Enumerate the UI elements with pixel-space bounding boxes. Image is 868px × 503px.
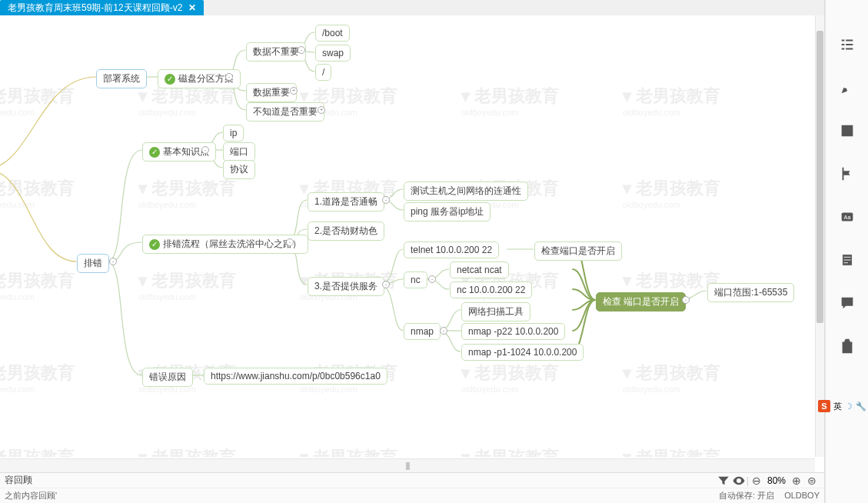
collapse-toggle[interactable]: -: [225, 73, 233, 81]
watermark: ▾ 老男孩教育oldboyedu.com: [623, 85, 720, 117]
watermark: ▾ 老男孩教育oldboyedu.com: [300, 446, 397, 457]
node-nc2[interactable]: nc 10.0.0.200 22: [450, 281, 532, 298]
watermark: ▾ 老男孩教育oldboyedu.com: [0, 446, 75, 457]
check-icon: ✓: [149, 239, 160, 250]
horizontal-scrollbar[interactable]: |||: [0, 458, 815, 472]
collapse-toggle[interactable]: -: [682, 296, 690, 304]
node-flow[interactable]: ✓排错流程（屌丝去洗浴中心之路）: [142, 235, 308, 254]
node-telnet[interactable]: telnet 10.0.0.200 22: [404, 242, 499, 258]
user-name: OLDBOY: [784, 491, 820, 500]
node-deploy[interactable]: 部署系统: [96, 69, 147, 88]
node-paicuo[interactable]: 排错: [77, 254, 109, 273]
moon-icon[interactable]: ☽: [845, 401, 853, 411]
node-r1b[interactable]: ping 服务器ip地址: [404, 202, 491, 222]
ime-indicator[interactable]: S 英 ☽ 🔧: [818, 400, 866, 412]
node-nc[interactable]: nc: [404, 271, 427, 288]
watermark: ▾ 老男孩教育oldboyedu.com: [623, 177, 720, 209]
node-proto[interactable]: 协议: [223, 160, 255, 179]
zoom-level: 80%: [767, 475, 786, 486]
autosave-status: 自动保存: 开启: [719, 491, 774, 500]
node-r1a[interactable]: 测试主机之间网络的连通性: [404, 182, 528, 201]
comment-icon[interactable]: [835, 291, 860, 315]
watermark: ▾ 老男孩教育oldboyedu.com: [138, 269, 236, 301]
svg-text:Aa: Aa: [843, 214, 851, 221]
node-slash[interactable]: /: [315, 64, 331, 81]
collapse-toggle[interactable]: -: [440, 327, 447, 335]
note-icon[interactable]: [835, 248, 860, 272]
breadcrumb: 容回顾: [5, 474, 716, 487]
node-nc1[interactable]: netcat ncat: [450, 261, 509, 278]
check-icon: ✓: [165, 74, 175, 85]
node-boot[interactable]: /boot: [315, 25, 350, 42]
node-dontknow[interactable]: 不知道是否重要: [246, 102, 324, 122]
node-road2[interactable]: 2.是否劫财劫色: [308, 222, 384, 241]
watermark: ▾ 老男孩教育oldboyedu.com: [0, 85, 75, 117]
watermark: ▾ 老男孩教育oldboyedu.com: [461, 446, 559, 457]
bottom-toolbar: 容回顾 | ⊖ 80% ⊕ ⊜: [0, 472, 824, 488]
collapse-toggle[interactable]: +: [318, 106, 325, 114]
collapse-toggle[interactable]: -: [286, 238, 294, 246]
filter-icon[interactable]: [717, 474, 730, 488]
node-nmap0[interactable]: 网络扫描工具: [461, 302, 530, 321]
mindmap-canvas[interactable]: ▾ 老男孩教育oldboyedu.com▾ 老男孩教育oldboyedu.com…: [0, 15, 815, 457]
watermark: ▾ 老男孩教育oldboyedu.com: [461, 361, 559, 394]
collapse-toggle[interactable]: -: [382, 281, 390, 288]
watermark: ▾ 老男孩教育oldboyedu.com: [138, 85, 236, 117]
node-reason[interactable]: 错误原因: [142, 368, 193, 387]
outline-icon[interactable]: [835, 32, 860, 57]
eye-icon[interactable]: [732, 474, 746, 488]
scroll-grip-icon: |||: [406, 461, 410, 470]
node-important[interactable]: 数据重要: [246, 83, 297, 102]
node-nmap1[interactable]: nmap -p22 10.0.0.200: [461, 323, 565, 340]
watermark: ▾ 老男孩教育oldboyedu.com: [623, 446, 720, 457]
node-checkopen[interactable]: 检查 端口是否开启: [596, 292, 686, 311]
watermark: ▾ 老男孩教育oldboyedu.com: [0, 177, 75, 209]
watermark: ▾ 老男孩教育oldboyedu.com: [461, 85, 559, 117]
node-portrange[interactable]: 端口范围:1-65535: [707, 283, 794, 302]
brush-icon[interactable]: [835, 75, 860, 100]
watermark: ▾ 老男孩教育oldboyedu.com: [0, 269, 75, 301]
zoom-out-button[interactable]: ⊖: [750, 474, 763, 488]
collapse-toggle[interactable]: -: [428, 275, 436, 283]
check-icon: ✓: [149, 147, 160, 158]
vertical-scrollbar[interactable]: [815, 15, 824, 457]
wrench-icon[interactable]: 🔧: [856, 401, 866, 411]
fit-button[interactable]: ⊜: [805, 474, 819, 488]
collapse-toggle[interactable]: -: [109, 258, 117, 265]
collapse-toggle[interactable]: +: [290, 87, 298, 95]
collapse-toggle[interactable]: -: [201, 146, 209, 154]
status-bar: 之前内容回顾' 自动保存: 开启 OLDBOY: [0, 488, 824, 503]
watermark: ▾ 老男孩教育oldboyedu.com: [623, 361, 720, 394]
text-icon[interactable]: Aa: [835, 205, 860, 229]
node-nmap2[interactable]: nmap -p1-1024 10.0.0.200: [461, 344, 584, 361]
node-telnet-result[interactable]: 检查端口是否开启: [534, 242, 622, 261]
flag-icon[interactable]: [835, 162, 860, 186]
status-left: 之前内容回顾': [5, 490, 711, 501]
node-road1[interactable]: 1.道路是否通畅: [308, 192, 384, 212]
watermark: ▾ 老男孩教育oldboyedu.com: [0, 361, 75, 394]
watermark: ▾ 老男孩教育oldboyedu.com: [138, 177, 236, 209]
collapse-toggle[interactable]: -: [298, 46, 305, 54]
zoom-in-button[interactable]: ⊕: [790, 474, 803, 488]
node-url[interactable]: https://www.jianshu.com/p/0bc0b596c1a0: [204, 368, 387, 385]
node-notimportant[interactable]: 数据不重要: [246, 42, 306, 62]
document-tab[interactable]: 老男孩教育周末班59期-前12天课程回顾-v2 ✕: [0, 0, 204, 15]
clipboard-icon[interactable]: [835, 334, 860, 358]
tab-bar: 老男孩教育周末班59期-前12天课程回顾-v2 ✕: [0, 0, 824, 15]
sogou-icon: S: [818, 400, 830, 412]
node-nmap[interactable]: nmap: [404, 323, 441, 340]
node-port[interactable]: 端口: [223, 142, 255, 162]
node-swap[interactable]: swap: [315, 45, 351, 62]
image-icon[interactable]: [835, 118, 860, 143]
collapse-toggle[interactable]: -: [382, 196, 390, 204]
scrollbar-thumb[interactable]: [816, 31, 823, 323]
right-rail: Aa: [825, 0, 868, 503]
node-ip[interactable]: ip: [223, 125, 244, 142]
close-icon[interactable]: ✕: [188, 2, 196, 13]
tab-title: 老男孩教育周末班59期-前12天课程回顾-v2: [8, 2, 182, 15]
watermark: ▾ 老男孩教育oldboyedu.com: [138, 446, 236, 457]
ime-lang: 英: [833, 401, 842, 412]
node-road3[interactable]: 3.是否提供服务: [308, 277, 384, 296]
